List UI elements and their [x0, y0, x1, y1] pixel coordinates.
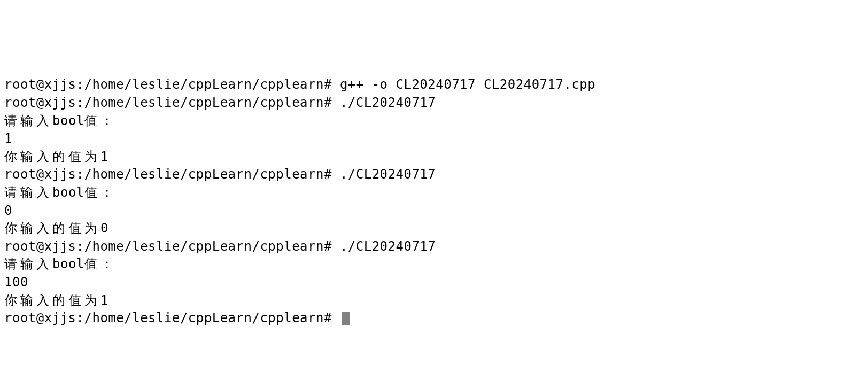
terminal-line: root@xjjs:/home/leslie/cppLearn/cpplearn…	[4, 94, 864, 112]
shell-prompt: root@xjjs:/home/leslie/cppLearn/cpplearn…	[4, 77, 340, 92]
terminal-line: root@xjjs:/home/leslie/cppLearn/cpplearn…	[4, 76, 864, 94]
user-input: 100	[4, 275, 28, 290]
output-text: 你输入的值为	[4, 221, 100, 236]
cursor-icon	[342, 312, 350, 326]
terminal-line: 请输入bool值：	[4, 112, 864, 130]
terminal-line: 你输入的值为0	[4, 220, 864, 238]
terminal-line: 1	[4, 130, 864, 148]
output-text: bool	[52, 257, 84, 272]
output-text: bool	[52, 185, 84, 200]
output-text: 1	[100, 149, 108, 164]
terminal-output[interactable]: root@xjjs:/home/leslie/cppLearn/cpplearn…	[4, 76, 864, 327]
terminal-line: 0	[4, 202, 864, 220]
terminal-line: root@xjjs:/home/leslie/cppLearn/cpplearn…	[4, 166, 864, 184]
output-text: 你输入的值为	[4, 293, 100, 308]
output-text: 值：	[84, 113, 117, 128]
terminal-line: 请输入bool值：	[4, 255, 864, 274]
terminal-line: root@xjjs:/home/leslie/cppLearn/cpplearn…	[4, 309, 864, 328]
command-text: ./CL20240717	[340, 167, 436, 182]
output-text: bool	[52, 113, 84, 128]
terminal-line: 你输入的值为1	[4, 292, 864, 310]
terminal-line: 请输入bool值：	[4, 184, 864, 202]
output-text: 请输入	[4, 113, 52, 128]
output-text: 值：	[84, 185, 117, 200]
output-text: 1	[100, 293, 108, 308]
user-input: 0	[4, 203, 12, 218]
output-text: 0	[100, 221, 108, 236]
command-text: ./CL20240717	[340, 95, 436, 110]
output-text: 请输入	[4, 185, 52, 200]
output-text: 你输入的值为	[4, 149, 100, 164]
terminal-line: 100	[4, 274, 864, 292]
shell-prompt: root@xjjs:/home/leslie/cppLearn/cpplearn…	[4, 311, 340, 326]
command-text: ./CL20240717	[340, 239, 436, 254]
shell-prompt: root@xjjs:/home/leslie/cppLearn/cpplearn…	[4, 239, 340, 254]
terminal-line: root@xjjs:/home/leslie/cppLearn/cpplearn…	[4, 238, 864, 256]
output-text: 值：	[84, 257, 117, 272]
user-input: 1	[4, 131, 12, 146]
command-text: g++ -o CL20240717 CL20240717.cpp	[340, 77, 595, 92]
shell-prompt: root@xjjs:/home/leslie/cppLearn/cpplearn…	[4, 167, 340, 182]
shell-prompt: root@xjjs:/home/leslie/cppLearn/cpplearn…	[4, 95, 340, 110]
terminal-line: 你输入的值为1	[4, 148, 864, 166]
output-text: 请输入	[4, 257, 52, 272]
